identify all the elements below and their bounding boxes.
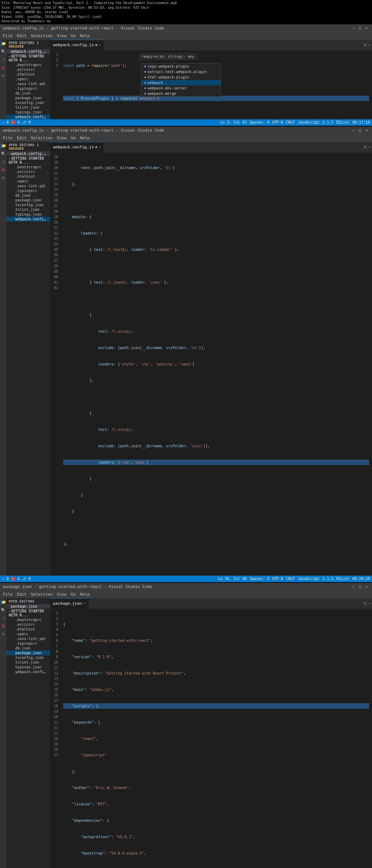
code-area-3[interactable]: { "name": "getting-started-with-react", … [60,609,372,868]
status-position-1[interactable]: Ln 3, Col 43 [221,120,247,124]
status-warnings-1[interactable]: 🔴 4 [11,120,20,124]
activity-search-2[interactable]: 🔍 [1,151,6,156]
minimize-btn-2[interactable]: − [351,128,356,132]
sidebar-item-webpackconfig-1[interactable]: webpack.config.js [7,115,50,119]
status-errors-1[interactable]: ⚠ 0 [2,120,9,124]
split-editor-icon-3[interactable]: ⧉ [364,601,367,606]
close-btn-1[interactable]: × [364,26,369,30]
sidebar-item-packagejson-2[interactable]: package.json [7,198,50,203]
status-lang-2[interactable]: JavaScript [298,577,319,581]
split-editor-icon-2[interactable]: ⧉ [364,145,367,149]
sidebar-item-dbjson-2[interactable]: db.json [7,193,50,198]
sidebar-item-packagejson-3[interactable]: package.json [7,651,50,655]
tab-package-3[interactable]: package.json × [50,598,89,609]
activity-git-1[interactable]: ⎇ [1,57,6,62]
menu-selection-1[interactable]: Selection [31,33,53,38]
status-spaces-1[interactable]: Spaces: 4 [250,120,269,124]
menu-go-1[interactable]: Go [71,33,76,38]
activity-git-3[interactable]: ⎇ [1,616,6,621]
sidebar-item-typingsrc-1[interactable]: .typingsrc [7,86,50,91]
status-encoding-1[interactable]: UTF-8 [272,120,283,124]
tab-webpack-1[interactable]: webpack.config.js ● × [50,40,104,50]
status-spaces-2[interactable]: Spaces: 4 [250,577,269,581]
close-btn-2[interactable]: × [364,128,369,132]
sidebar-item-tslintjson-2[interactable]: tslint.json [7,207,50,212]
activity-search-1[interactable]: 🔍 [1,49,6,54]
tab-close-1[interactable]: × [98,43,101,47]
sidebar-item-bootstraprc-1[interactable]: .bootstraprc [7,63,50,67]
sidebar-folder-project-2[interactable]: ▾GETTING STARTED WITH R... [7,156,50,165]
sidebar-item-typingsjson-2[interactable]: typings.json [7,212,50,217]
activity-ext-3[interactable]: ⊞ [1,632,6,637]
more-icon-1[interactable]: ⋯ [368,43,371,47]
sidebar-item-typingsjson-1[interactable]: typings.json [7,110,50,115]
maximize-btn-3[interactable]: □ [357,585,363,589]
sidebar-folder-project-3[interactable]: ▾GETTING STARTED WITH R... [7,609,50,617]
more-icon-3[interactable]: ⋯ [368,601,371,606]
sidebar-item-npmrc-3[interactable]: .npmrc [7,632,50,636]
status-version-2[interactable]: 2.1.5 [323,577,333,581]
sidebar-item-htmlhint-2[interactable]: .htmlhint [7,174,50,179]
status-encoding-2[interactable]: UTF-8 [272,577,283,581]
ac-item-webpack-dev-1[interactable]: ◆ webpack-dev-server [141,85,221,91]
status-version-1[interactable]: 2.1.5 [323,120,333,124]
sidebar-item-dbjson-1[interactable]: db.json [7,91,50,96]
activity-explorer-3[interactable]: 📁 [1,600,6,605]
tab-webpack-2[interactable]: webpack.config.js ● × [50,142,104,152]
menu-file-2[interactable]: File [3,136,13,140]
sidebar-item-eslintrc-1[interactable]: .eslintrc [7,67,50,72]
maximize-btn-1[interactable]: □ [357,26,363,30]
minimize-btn-3[interactable]: − [351,585,356,589]
status-branch-1[interactable]: ⎇ 0 [22,120,31,124]
status-lang-1[interactable]: JavaScript [298,120,319,124]
sidebar-item-sasslint-3[interactable]: .sass-lint.yml [7,636,50,641]
sidebar-item-typingsrc-3[interactable]: .typingsrc [7,641,50,646]
menu-file-3[interactable]: File [3,592,13,597]
menu-view-1[interactable]: View [57,33,67,38]
sidebar-item-package-open-3[interactable]: package.json [7,604,50,609]
sidebar-item-eslintrc-2[interactable]: .eslintrc [7,169,50,174]
sidebar-item-htmlhint-1[interactable]: .htmlhint [7,72,50,77]
menu-go-2[interactable]: Go [71,136,76,140]
sidebar-item-bootstraprc-2[interactable]: .bootstraprc [7,165,50,169]
sidebar-item-bootstraprc-3[interactable]: .bootstraprc [7,617,50,622]
menu-view-2[interactable]: View [57,136,67,140]
more-icon-2[interactable]: ⋯ [368,145,371,149]
sidebar-item-sasslint-2[interactable]: .sass-lint.yml [7,184,50,188]
status-eol-2[interactable]: CRLF [286,577,295,581]
activity-debug-3[interactable]: 🐞 [1,624,6,629]
ac-item-copy-webpack-1[interactable]: ◆ copy-webpack-plugin [141,64,221,69]
menu-help-3[interactable]: Help [80,592,90,597]
ac-item-webpack-1[interactable]: ◆ webpack [141,80,221,85]
menu-edit-1[interactable]: Edit [17,33,27,38]
activity-ext-1[interactable]: ⊞ [1,73,6,78]
status-position-2[interactable]: Ln 36, Col 40 [218,577,247,581]
sidebar-item-typingsrc-2[interactable]: .typingsrc [7,188,50,193]
sidebar-item-webpackconfig-2[interactable]: webpack.config.js [7,217,50,221]
sidebar-item-npmrc-2[interactable]: .npmrc [7,179,50,184]
sidebar-item-sasslint-1[interactable]: .sass-lint.yml [7,81,50,86]
minimize-btn-1[interactable]: − [351,26,356,30]
sidebar-item-tsconfigjson-3[interactable]: tsconfig.json [7,655,50,660]
menu-edit-3[interactable]: Edit [17,592,27,597]
menu-help-2[interactable]: Help [80,136,90,140]
sidebar-folder-project-1[interactable]: ▾GETTING STARTED WITH R... [7,54,50,63]
close-btn-3[interactable]: × [364,585,369,589]
maximize-btn-2[interactable]: □ [357,128,363,132]
activity-debug-2[interactable]: 🐞 [1,167,6,172]
activity-explorer-2[interactable]: 📁 [1,143,6,148]
ac-item-html-1[interactable]: ◆ html-webpack-plugin [141,75,221,80]
tab-close-2[interactable]: × [98,145,101,149]
status-eslint-2[interactable]: ESLint [336,577,349,581]
menu-edit-2[interactable]: Edit [17,136,27,140]
activity-debug-1[interactable]: 🐞 [1,65,6,70]
split-editor-icon-1[interactable]: ⧉ [364,43,367,47]
sidebar-item-tslintjson-3[interactable]: tslint.json [7,660,50,665]
menu-go-3[interactable]: Go [71,592,76,597]
sidebar-item-eslintrc-3[interactable]: .eslintrc [7,622,50,627]
menu-selection-2[interactable]: Selection [31,136,53,140]
sidebar-item-webpack-open-1[interactable]: webpack.config.js [7,49,50,54]
ac-item-webpack-merge-1[interactable]: ◆ webpack-merge [141,91,221,96]
tab-close-3[interactable]: × [83,601,85,605]
sidebar-item-dbjson-3[interactable]: db.json [7,646,50,651]
